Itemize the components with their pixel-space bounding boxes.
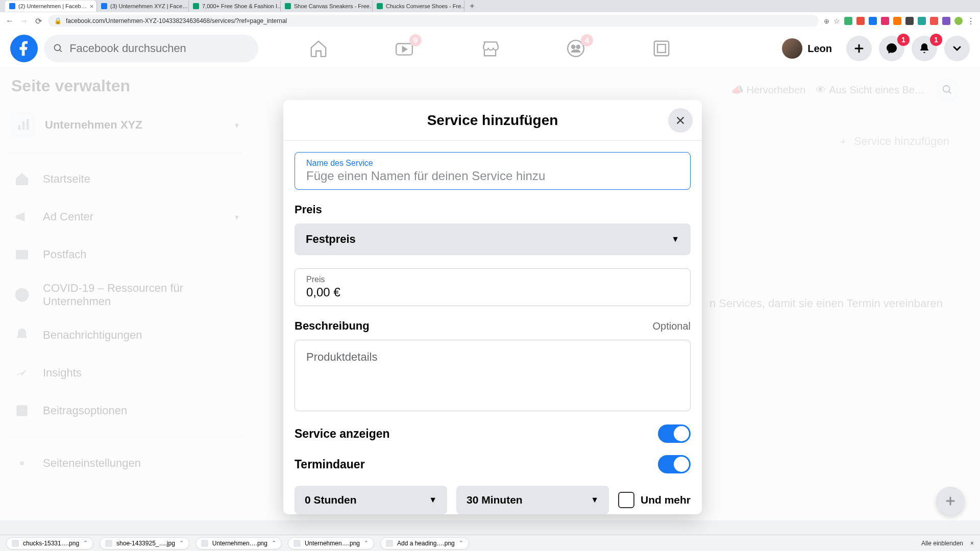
badge: 1	[930, 34, 942, 46]
select-text: 0 Stunden	[305, 494, 357, 506]
browser-tab[interactable]: 7,000+ Free Shoe & Fashion I…×	[189, 1, 281, 12]
extension-icon[interactable]	[856, 17, 865, 25]
svg-point-5	[577, 45, 580, 48]
und-mehr-checkbox[interactable]	[618, 492, 634, 508]
svg-point-0	[55, 44, 61, 51]
chevron-up-icon[interactable]: ⌃	[272, 540, 276, 546]
profile-icon[interactable]	[954, 17, 963, 25]
reload-button[interactable]: ⟳	[34, 16, 43, 26]
download-item[interactable]: Add a heading….png⌃	[380, 537, 469, 549]
badge: 1	[897, 34, 910, 46]
chevron-down-icon: ▼	[429, 495, 437, 505]
forward-button[interactable]: →	[19, 16, 29, 26]
extension-icon[interactable]	[930, 17, 938, 25]
svg-point-4	[572, 45, 575, 48]
back-button[interactable]: ←	[5, 16, 14, 26]
extension-icon[interactable]	[869, 17, 877, 25]
extension-icon[interactable]	[942, 17, 950, 25]
service-anzeigen-toggle[interactable]	[658, 424, 691, 443]
close-downloads-icon[interactable]: ×	[970, 540, 974, 547]
duration-row: 0 Stunden ▼ 30 Minuten ▼ Und mehr	[295, 486, 691, 514]
badge: 4	[581, 34, 593, 46]
modal-title: Service hinzufügen	[427, 112, 558, 129]
termindauer-toggle[interactable]	[658, 455, 691, 473]
notifications-button[interactable]: 1	[912, 36, 937, 61]
marketplace-icon[interactable]	[478, 36, 502, 61]
search-input[interactable]	[69, 42, 249, 55]
preis-value-field[interactable]: Preis	[295, 268, 691, 306]
url-text: facebook.com/Unternehmen-XYZ-10433823463…	[66, 17, 287, 24]
download-filename: Add a heading….png	[397, 540, 455, 547]
browser-chrome: (2) Unternehmen | Faceb…× (3) Unternehme…	[0, 0, 980, 30]
search-box[interactable]	[44, 35, 258, 62]
beschreibung-textarea[interactable]: Produktdetails	[295, 340, 691, 411]
fb-header: 9 4 Leon 1 1	[0, 30, 980, 67]
tab-title: Shoe Canvas Sneakers - Free…	[294, 3, 373, 9]
termindauer-row: Termindauer	[295, 455, 691, 473]
file-icon	[12, 540, 19, 547]
favicon-icon	[101, 3, 107, 9]
chevron-up-icon[interactable]: ⌃	[83, 540, 88, 546]
und-mehr-wrap[interactable]: Und mehr	[618, 492, 691, 508]
extension-icon[interactable]	[893, 17, 901, 25]
zoom-icon[interactable]: ⊕	[824, 17, 829, 25]
watch-icon[interactable]: 9	[392, 36, 416, 61]
url-field[interactable]: 🔒 facebook.com/Unternehmen-XYZ-104338234…	[48, 15, 819, 27]
svg-line-1	[60, 50, 62, 52]
right-nav: Leon 1 1	[780, 36, 970, 61]
download-filename: Unternehmen….png	[212, 540, 267, 547]
extension-icon[interactable]	[844, 17, 852, 25]
preis-input[interactable]	[306, 285, 679, 299]
optional-tag: Optional	[653, 320, 691, 332]
download-item[interactable]: shoe-1433925_….jpg⌃	[100, 537, 189, 549]
messenger-button[interactable]: 1	[879, 36, 904, 61]
create-button[interactable]	[846, 36, 872, 61]
stunden-select[interactable]: 0 Stunden ▼	[295, 486, 447, 514]
chat-fab[interactable]	[936, 487, 965, 515]
svg-rect-6	[654, 41, 669, 56]
file-icon	[293, 540, 301, 547]
tab-title: Chucks Converse Shoes - Fre…	[386, 3, 464, 9]
browser-tab[interactable]: Chucks Converse Shoes - Fre…×	[373, 1, 464, 12]
download-item[interactable]: Unternehmen….png⌃	[288, 537, 374, 549]
minuten-select[interactable]: 30 Minuten ▼	[456, 486, 609, 514]
modal-header: Service hinzufügen	[283, 100, 702, 141]
new-tab-button[interactable]: +	[467, 1, 478, 12]
preis-type-select[interactable]: Festpreis ▼	[295, 223, 691, 255]
textarea-placeholder: Produktdetails	[306, 350, 679, 364]
chevron-up-icon[interactable]: ⌃	[179, 540, 184, 546]
extension-icon[interactable]	[918, 17, 926, 25]
service-name-field[interactable]: Name des Service	[295, 152, 691, 190]
address-bar: ← → ⟳ 🔒 facebook.com/Unternehmen-XYZ-104…	[0, 12, 980, 30]
gaming-icon[interactable]	[649, 36, 674, 61]
close-button[interactable]	[668, 108, 693, 133]
home-icon[interactable]	[306, 36, 331, 61]
chevron-up-icon[interactable]: ⌃	[459, 540, 463, 546]
download-item[interactable]: chucks-15331….png⌃	[6, 537, 93, 549]
chevron-up-icon[interactable]: ⌃	[364, 540, 369, 546]
groups-icon[interactable]: 4	[564, 36, 588, 61]
add-service-modal: Service hinzufügen Name des Service Prei…	[283, 100, 702, 514]
account-button[interactable]	[944, 36, 970, 61]
browser-tab[interactable]: (3) Unternehmen XYZ | Face…×	[97, 1, 189, 12]
extension-icon[interactable]	[881, 17, 889, 25]
extension-icon[interactable]	[905, 17, 914, 25]
tab-close-icon[interactable]: ×	[90, 3, 94, 10]
browser-tab[interactable]: Shoe Canvas Sneakers - Free…×	[281, 1, 373, 12]
search-icon	[53, 43, 63, 54]
tab-bar: (2) Unternehmen | Faceb…× (3) Unternehme…	[0, 0, 980, 12]
service-anzeigen-row: Service anzeigen	[295, 424, 691, 443]
facebook-logo[interactable]	[10, 35, 38, 62]
show-all-downloads[interactable]: Alle einblenden	[921, 540, 963, 547]
toggle-label: Termindauer	[295, 458, 365, 471]
profile-chip[interactable]: Leon	[780, 36, 839, 61]
star-icon[interactable]: ☆	[834, 17, 840, 25]
service-name-input[interactable]	[306, 169, 679, 183]
extension-icons: ⊕ ☆ ⋮	[824, 16, 975, 26]
file-icon	[105, 540, 112, 547]
download-filename: Unternehmen….png	[305, 540, 360, 547]
menu-icon[interactable]: ⋮	[967, 16, 975, 26]
browser-tab[interactable]: (2) Unternehmen | Faceb…×	[5, 1, 97, 12]
download-item[interactable]: Unternehmen….png⌃	[195, 537, 282, 549]
chevron-down-icon: ▼	[671, 235, 679, 244]
